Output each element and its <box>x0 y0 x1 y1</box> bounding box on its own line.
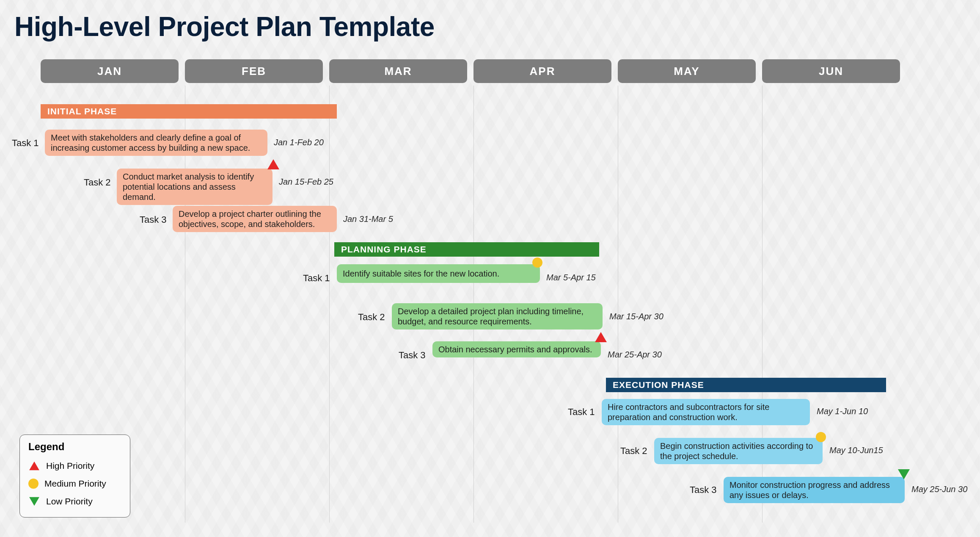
legend-item: Low Priority <box>28 493 121 510</box>
task-date-range: Jan 15-Feb 25 <box>279 177 333 187</box>
task-label: Task 2 <box>620 446 647 457</box>
month-header-mar: MAR <box>329 59 467 83</box>
task-date-range: Jan 1-Feb 20 <box>274 138 324 147</box>
month-header-row: JANFEBMARAPRMAYJUN <box>41 59 900 83</box>
priority-marker-tri-down-green <box>898 469 910 479</box>
month-header-jun: JUN <box>762 59 900 83</box>
task-label: Task 1 <box>568 407 595 418</box>
task-bar: Obtain necessary permits and approvals. <box>432 341 601 357</box>
legend-label: Low Priority <box>46 496 93 507</box>
month-header-apr: APR <box>473 59 611 83</box>
legend-title: Legend <box>28 441 121 453</box>
task-date-range: Mar 5-Apr 15 <box>546 273 596 282</box>
task-label: Task 3 <box>399 350 426 361</box>
priority-marker-circ-yellow <box>816 432 826 442</box>
phase-header-2: EXECUTION PHASE <box>606 378 886 392</box>
month-gridline <box>618 86 618 523</box>
task-bar: Hire contractors and subcontractors for … <box>602 399 810 425</box>
legend-item: High Priority <box>28 457 121 475</box>
task-date-range: May 25-Jun 30 <box>911 484 967 494</box>
legend-icon-circ-yellow <box>28 479 39 489</box>
task-date-range: May 10-Jun15 <box>829 446 883 455</box>
legend-item: Medium Priority <box>28 475 121 493</box>
task-date-range: Mar 15-Apr 30 <box>609 312 663 321</box>
task-date-range: Mar 25-Apr 30 <box>608 350 662 360</box>
task-bar: Monitor construction progress and addres… <box>724 477 905 503</box>
legend-icon-tri-down-green <box>29 497 39 506</box>
page-title: High-Level Project Plan Template <box>14 11 435 42</box>
priority-marker-circ-yellow <box>532 257 542 268</box>
task-bar: Develop a project charter outlining the … <box>173 206 337 232</box>
task-bar: Develop a detailed project plan includin… <box>392 303 603 329</box>
legend-box: Legend High PriorityMedium PriorityLow P… <box>19 435 130 518</box>
phase-header-1: PLANNING PHASE <box>334 242 599 257</box>
task-label: Task 3 <box>690 484 717 495</box>
task-label: Task 2 <box>358 312 385 323</box>
month-header-may: MAY <box>618 59 756 83</box>
task-label: Task 1 <box>303 273 330 284</box>
task-bar: Conduct market analysis to identify pote… <box>117 169 273 205</box>
task-date-range: May 1-Jun 10 <box>817 407 868 416</box>
task-label: Task 3 <box>140 214 167 225</box>
task-label: Task 2 <box>84 177 111 188</box>
task-bar: Meet with stakeholders and clearly defin… <box>45 130 267 156</box>
task-bar: Begin construction activities according … <box>654 438 823 464</box>
priority-marker-tri-up-red <box>595 332 607 342</box>
legend-icon-tri-up-red <box>29 462 39 470</box>
priority-marker-tri-up-red <box>267 159 279 169</box>
phase-header-0: INITIAL PHASE <box>41 104 337 119</box>
legend-label: Medium Priority <box>44 479 106 489</box>
month-header-feb: FEB <box>185 59 323 83</box>
month-gridline <box>329 86 330 523</box>
task-label: Task 1 <box>12 138 39 149</box>
legend-label: High Priority <box>46 461 94 471</box>
task-bar: Identify suitable sites for the new loca… <box>337 264 540 283</box>
month-header-jan: JAN <box>41 59 179 83</box>
task-date-range: Jan 31-Mar 5 <box>343 214 393 224</box>
